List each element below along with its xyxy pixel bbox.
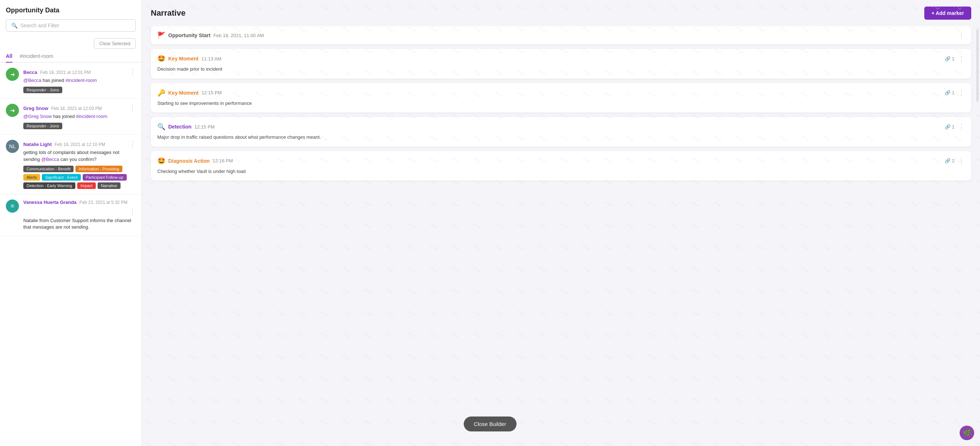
message-options-icon[interactable]: ⋮ — [129, 208, 136, 216]
card-emoji: 🤩 — [158, 157, 165, 165]
tag[interactable]: Communication - Benefit — [23, 166, 73, 172]
msg-author: Becca — [23, 70, 37, 75]
msg-body: getting lots of complaints about message… — [23, 149, 136, 162]
card-header: 🤩 Key Moment 11:13 AM 🔗 1 ⋮ — [158, 55, 965, 63]
channel-link: #incident-room — [65, 78, 97, 83]
tag[interactable]: Significant - Event — [42, 174, 81, 181]
search-bar[interactable]: 🔍 Search and Filter — [6, 19, 136, 32]
card-link-count: 🔗 1 — [945, 56, 955, 62]
avatar: NL — [6, 140, 19, 153]
message-options-icon[interactable]: ⋮ — [129, 68, 136, 76]
mention: @Becca — [41, 157, 59, 162]
tag[interactable]: Responder - Joins — [23, 123, 62, 129]
card-type: Opportunity Start — [168, 32, 210, 38]
list-item: ≡ Vanessa Huerta Granda Feb 23, 2021 at … — [0, 194, 142, 236]
app-title: Opportunity Data — [6, 6, 136, 14]
avatar: ≡ — [6, 200, 19, 213]
tag[interactable]: Responder - Joins — [23, 87, 62, 93]
message-header: Greg Snow Feb 18, 2021 at 12:03 PM ⋮ — [23, 104, 136, 112]
card-type: Diagnosis Action — [168, 158, 210, 164]
message-options-icon[interactable]: ⋮ — [129, 140, 136, 148]
card-time: 12:16 PM — [213, 158, 233, 163]
card-emoji: 🔍 — [158, 123, 165, 131]
card-time: 12:15 PM — [194, 124, 215, 130]
user-avatar[interactable]: 🌿 — [959, 425, 974, 440]
tab-all[interactable]: All — [6, 53, 13, 63]
msg-time: Feb 23, 2021 at 5:32 PM — [80, 200, 127, 205]
card-emoji: 🤩 — [158, 55, 165, 63]
mention: @Becca — [23, 78, 41, 83]
card-type: Key Moment — [168, 56, 199, 62]
narrative-cards: 🚩 Opportunity Start Feb 18, 2021, 11:00 … — [142, 26, 980, 446]
narrative-card: 🔑 Key Moment 12:15 PM 🔗 1 ⋮ Starting to … — [151, 83, 971, 113]
message-header: Becca Feb 18, 2021 at 12:01 PM ⋮ — [23, 68, 136, 76]
card-actions: 🔗 1 ⋮ — [945, 89, 965, 97]
card-body: Major drop in traffic raised questions a… — [158, 133, 965, 141]
clear-selected-row: Clear Selected — [0, 35, 142, 50]
card-options-icon[interactable]: ⋮ — [958, 31, 965, 39]
narrative-card: 🔍 Detection 12:15 PM 🔗 1 ⋮ Major drop in… — [151, 117, 971, 147]
message-content: Vanessa Huerta Granda Feb 23, 2021 at 5:… — [23, 200, 136, 230]
tag[interactable]: Narrative — [98, 183, 121, 189]
card-body: Decision made prior to incident — [158, 65, 965, 73]
search-placeholder: Search and Filter — [21, 22, 59, 29]
list-item: ➜ Greg Snow Feb 18, 2021 at 12:03 PM ⋮ @… — [0, 98, 142, 135]
card-options-icon[interactable]: ⋮ — [958, 55, 965, 63]
card-link-count: 🔗 2 — [945, 158, 955, 163]
card-options-icon[interactable]: ⋮ — [958, 89, 965, 97]
message-header: Vanessa Huerta Granda Feb 23, 2021 at 5:… — [23, 200, 136, 216]
card-header: 🔑 Key Moment 12:15 PM 🔗 1 ⋮ — [158, 89, 965, 97]
card-time: Feb 18, 2021, 11:00 AM — [213, 33, 264, 38]
card-actions: 🔗 2 ⋮ — [945, 157, 965, 165]
clear-selected-button[interactable]: Clear Selected — [94, 38, 136, 49]
scrollbar[interactable] — [976, 29, 978, 102]
card-link-count: 🔗 1 — [945, 124, 955, 130]
card-link-count: 🔗 1 — [945, 90, 955, 95]
list-item: NL Natalie Light Feb 18, 2021 at 12:10 P… — [0, 135, 142, 194]
search-icon: 🔍 — [11, 22, 18, 29]
tag[interactable]: Detection - Early Warning — [23, 183, 75, 189]
card-options-icon[interactable]: ⋮ — [958, 157, 965, 165]
card-options-icon[interactable]: ⋮ — [958, 123, 965, 131]
channel-link: #incident-room — [76, 114, 107, 119]
right-header: Narrative + Add marker — [142, 0, 980, 26]
card-actions: 🔗 1 ⋮ — [945, 123, 965, 131]
tags-row: Responder - Joins — [23, 87, 136, 93]
avatar: ➜ — [6, 68, 19, 81]
card-time: 11:13 AM — [201, 56, 221, 62]
card-emoji: 🚩 — [158, 31, 165, 39]
message-content: Becca Feb 18, 2021 at 12:01 PM ⋮ @Becca … — [23, 68, 136, 93]
msg-body: @Greg Snow has joined #incident-room — [23, 113, 136, 120]
msg-body: @Becca has joined #incident-room — [23, 77, 136, 84]
card-body: Checking whether Vault is under high loa… — [158, 168, 965, 175]
add-marker-button[interactable]: + Add marker — [924, 6, 971, 20]
mention: @Greg Snow — [23, 114, 52, 119]
card-time: 12:15 PM — [201, 90, 222, 95]
left-header: Opportunity Data 🔍 Search and Filter — [0, 0, 142, 35]
msg-time: Feb 18, 2021 at 12:01 PM — [40, 70, 91, 75]
message-content: Natalie Light Feb 18, 2021 at 12:10 PM ⋮… — [23, 140, 136, 189]
tag[interactable]: Participant Follow-up — [83, 174, 127, 181]
card-type: Key Moment — [168, 90, 199, 96]
card-type: Detection — [168, 124, 192, 130]
close-builder-button[interactable]: Close Builder — [464, 416, 516, 432]
tag[interactable]: Impact — [77, 183, 96, 189]
msg-time: Feb 18, 2021 at 12:03 PM — [51, 106, 102, 111]
message-options-icon[interactable]: ⋮ — [129, 104, 136, 112]
msg-time: Feb 18, 2021 at 12:10 PM — [55, 142, 105, 147]
tag[interactable]: Alerts — [23, 174, 40, 181]
narrative-title: Narrative — [151, 8, 185, 18]
card-header: 🚩 Opportunity Start Feb 18, 2021, 11:00 … — [158, 31, 965, 39]
card-body: Starting to see improvements in performa… — [158, 100, 965, 107]
tag[interactable]: Information - Providing — [75, 166, 123, 172]
tab-incident-room[interactable]: #incident-room — [20, 53, 54, 63]
card-header: 🔍 Detection 12:15 PM 🔗 1 ⋮ — [158, 123, 965, 131]
left-panel: Opportunity Data 🔍 Search and Filter Cle… — [0, 0, 142, 446]
narrative-card: 🤩 Diagnosis Action 12:16 PM 🔗 2 ⋮ Checki… — [151, 151, 971, 181]
msg-body: Natalie from Customer Support informs th… — [23, 217, 136, 230]
tags-row: Communication - Benefit Information - Pr… — [23, 166, 136, 189]
message-header: Natalie Light Feb 18, 2021 at 12:10 PM ⋮ — [23, 140, 136, 148]
tags-row: Responder - Joins — [23, 123, 136, 129]
narrative-card: 🚩 Opportunity Start Feb 18, 2021, 11:00 … — [151, 26, 971, 44]
tabs-row: All #incident-room — [0, 50, 142, 63]
